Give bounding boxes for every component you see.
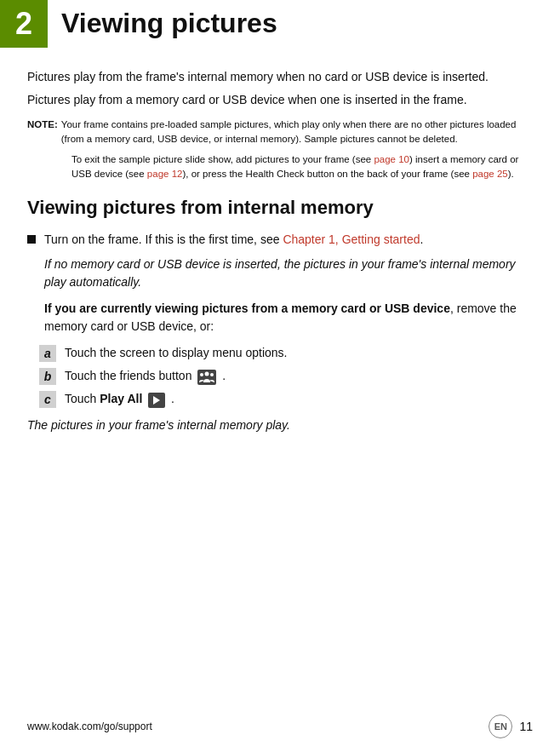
intro-para-1: Pictures play from the frame's internal … (27, 68, 533, 86)
final-italic: The pictures in your frame's internal me… (27, 416, 533, 434)
bullet-period: . (420, 232, 423, 246)
intro-para-2: Pictures play from a memory card or USB … (27, 91, 533, 109)
step-b-row: b Touch the friends button (39, 367, 533, 385)
steps-block: a Touch the screen to display menu optio… (39, 344, 533, 408)
note-text5: ). (508, 169, 514, 179)
bold-italic-text: If you are currently viewing pictures fr… (44, 301, 450, 315)
note-link3[interactable]: page 25 (472, 169, 508, 179)
chapter1-link[interactable]: Chapter 1, Getting started (283, 232, 420, 246)
note-label: NOTE: (27, 118, 58, 147)
step-b-period: . (222, 369, 226, 382)
step-c-period: . (171, 392, 174, 405)
step-b-text: Touch the friends button (65, 367, 226, 385)
note-text1: Your frame contains pre-loaded sample pi… (61, 118, 533, 147)
play-triangle (153, 396, 160, 405)
content-area: Pictures play from the frame's internal … (0, 68, 560, 434)
chapter-title: Viewing pictures (61, 9, 277, 38)
italic-text-1: If no memory card or USB device is inser… (44, 257, 516, 289)
bold-italic-block: If you are currently viewing pictures fr… (44, 300, 533, 336)
svg-point-1 (200, 373, 203, 376)
friends-icon (197, 370, 216, 385)
step-a-letter: a (39, 345, 56, 362)
step-c-bold: Play All (100, 392, 142, 405)
footer-right: EN 11 (489, 715, 533, 738)
play-all-icon (148, 393, 165, 408)
italic-sentence: If no memory card or USB device is inser… (44, 255, 533, 291)
chapter-number-box: 2 (0, 0, 48, 48)
en-label: EN (494, 721, 507, 732)
note-block: NOTE: Your frame contains pre-loaded sam… (27, 118, 533, 181)
bullet-square (27, 235, 36, 244)
en-badge: EN (489, 715, 512, 738)
note-line1: NOTE: Your frame contains pre-loaded sam… (27, 118, 533, 147)
bullet-text-turnon: Turn on the frame. If this is the first … (44, 231, 423, 249)
step-c-letter: c (39, 391, 56, 408)
step-b-text-content: Touch the friends button (65, 369, 191, 382)
step-a-row: a Touch the screen to display menu optio… (39, 344, 533, 362)
note-second-para: To exit the sample picture slide show, a… (71, 152, 533, 182)
step-c-pre: Touch (65, 392, 100, 405)
chapter-header: 2 Viewing pictures (0, 0, 560, 48)
footer: www.kodak.com/go/support EN 11 (0, 715, 560, 738)
section-heading: Viewing pictures from internal memory (27, 197, 533, 219)
footer-url: www.kodak.com/go/support (27, 720, 152, 732)
page-number: 11 (519, 720, 533, 733)
svg-point-0 (205, 371, 209, 376)
note-text4: ), or press the Health Check button on t… (182, 169, 472, 179)
chapter-number: 2 (15, 6, 32, 42)
note-text2: To exit the sample picture slide show, a… (71, 154, 374, 164)
bullet-item-turnon: Turn on the frame. If this is the first … (27, 231, 533, 249)
note-link1[interactable]: page 10 (374, 154, 409, 164)
step-b-letter: b (39, 368, 56, 385)
friends-svg (198, 370, 215, 384)
step-c-text: Touch Play All . (65, 390, 174, 408)
bullet-text-before-link: Turn on the frame. If this is the first … (44, 232, 283, 246)
page-wrapper: 2 Viewing pictures Pictures play from th… (0, 0, 560, 752)
note-link2[interactable]: page 12 (147, 169, 183, 179)
step-a-text: Touch the screen to display menu options… (65, 344, 288, 362)
step-c-row: c Touch Play All . (39, 390, 533, 408)
svg-point-2 (210, 373, 214, 376)
